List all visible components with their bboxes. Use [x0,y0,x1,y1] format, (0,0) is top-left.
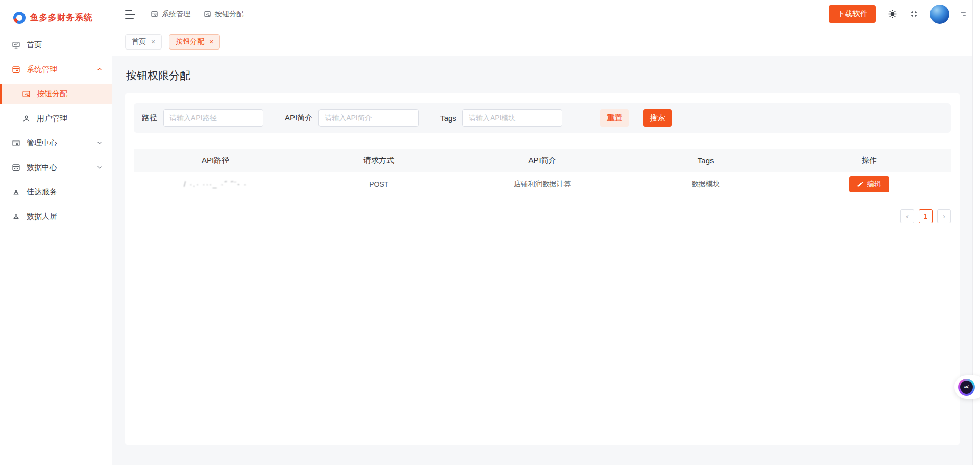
column-header-method: 请求方式 [297,156,460,165]
api-path-cell: / ·.· ···_ ·˝ ˝¨- · [134,180,297,188]
sidebar-item-user-manage[interactable]: 用户管理 [0,108,112,129]
column-header-brief: API简介 [460,156,624,165]
filter-path-label: 路径 [142,113,157,123]
robot-face: ▪< [958,379,975,396]
sidebar-item-button-assign[interactable]: 按钮分配 [0,84,112,104]
data-center-icon [11,163,20,172]
page-title: 按钮权限分配 [126,68,972,83]
brief-cell: 店铺利润数据计算 [460,180,624,189]
method-cell: POST [297,180,460,188]
api-tags-input[interactable] [462,109,562,127]
more-icon[interactable] [961,12,966,16]
sidebar-item-label: 佳达服务 [27,187,57,197]
breadcrumb-label: 按钮分配 [215,10,243,19]
sidebar-item-service[interactable]: 佳达服务 [0,182,112,202]
content-card: 路径 API简介 Tags 重置 搜索 API路径 请求方式 API简介 Tag… [125,93,960,445]
screen-icon [11,212,20,221]
breadcrumb-item-button-assign[interactable]: 按钮分配 [204,10,243,19]
tab-bar: 首页 × 按钮分配 × [112,28,972,56]
api-path-input[interactable] [163,109,263,127]
pencil-icon [857,181,864,187]
edit-button[interactable]: 编辑 [849,176,889,192]
table-header-row: API路径 请求方式 API简介 Tags 操作 [134,149,951,172]
sidebar-item-label: 系统管理 [27,65,57,75]
breadcrumb-label: 系统管理 [162,10,190,19]
chevron-down-icon [96,139,103,148]
sidebar-item-system-manage[interactable]: 系统管理 [0,59,112,80]
sidebar-item-manage-center[interactable]: 管理中心 [0,133,112,153]
edit-button-label: 编辑 [867,180,881,189]
menu-collapse-icon[interactable] [125,10,135,19]
filter-brief: API简介 [285,109,419,127]
close-icon[interactable]: × [209,38,213,45]
tab-button-assign[interactable]: 按钮分配 × [169,34,220,50]
system-manage-icon [151,10,158,18]
pagination: ‹ 1 › [134,209,951,223]
column-header-tags: Tags [624,156,788,165]
breadcrumb-item-system-manage[interactable]: 系统管理 [151,10,190,19]
api-brief-input[interactable] [318,109,419,127]
app-logo[interactable]: 鱼多多财务系统 [0,0,112,28]
filter-tags-label: Tags [440,114,456,123]
tab-label: 首页 [132,37,146,46]
close-icon[interactable]: × [151,38,155,45]
breadcrumb: 系统管理 按钮分配 [151,10,243,19]
chevron-up-icon [96,65,103,74]
column-header-api-path: API路径 [134,156,297,165]
topbar-actions: 下载软件 [829,5,980,24]
sidebar-item-label: 按钮分配 [37,89,67,99]
tab-home[interactable]: 首页 × [125,34,162,50]
column-header-action: 操作 [788,156,951,165]
api-table: API路径 请求方式 API简介 Tags 操作 / ·.· ···_ ·˝ ˝… [134,149,951,197]
tab-label: 按钮分配 [176,37,204,46]
robot-chat-icon: ▪< [958,379,975,396]
top-header: 系统管理 按钮分配 下载软件 [112,0,980,28]
sidebar-item-label: 用户管理 [37,114,67,124]
logo-icon [13,12,26,24]
user-manage-icon [21,114,31,123]
filter-brief-label: API简介 [285,113,312,123]
filter-bar: 路径 API简介 Tags 重置 搜索 [134,103,951,133]
avatar[interactable] [930,5,949,24]
table-row: / ·.· ···_ ·˝ ˝¨- · POST 店铺利润数据计算 数据模块 编… [134,172,951,197]
system-manage-icon [11,65,20,74]
sidebar-item-data-center[interactable]: 数据中心 [0,157,112,178]
page-number-current[interactable]: 1 [919,209,933,223]
prev-page-button[interactable]: ‹ [900,209,914,223]
button-assign-icon [204,10,211,18]
sidebar-item-label: 数据大屏 [27,212,57,222]
button-assign-icon [21,89,31,99]
theme-sun-icon[interactable] [887,9,897,19]
manage-center-icon [11,138,20,148]
service-icon [11,187,20,197]
dashboard-icon [11,40,20,50]
sidebar-item-label: 首页 [27,40,42,50]
sidebar-item-label: 管理中心 [27,138,57,148]
app-title: 鱼多多财务系统 [30,12,93,23]
filter-path: 路径 [142,109,263,127]
main-content: 按钮权限分配 路径 API简介 Tags 重置 搜索 API路径 请求方式 AP… [112,56,972,465]
reset-button[interactable]: 重置 [600,109,629,127]
fullscreen-icon[interactable] [909,9,919,19]
action-cell: 编辑 [788,176,951,192]
sidebar-item-home[interactable]: 首页 [0,35,112,55]
sidebar-item-data-screen[interactable]: 数据大屏 [0,206,112,227]
download-software-button[interactable]: 下载软件 [829,5,876,23]
search-button[interactable]: 搜索 [643,109,672,127]
sidebar-item-label: 数据中心 [27,163,57,173]
next-page-button[interactable]: › [937,209,951,223]
filter-tags: Tags [440,109,562,127]
chat-assistant-widget[interactable]: ▪< [954,375,980,399]
sidebar-menu: 首页 系统管理 按钮分配 用户管理 [0,35,112,227]
sidebar: 鱼多多财务系统 首页 系统管理 按钮分配 [0,0,112,465]
tags-cell: 数据模块 [624,180,788,189]
chevron-down-icon [96,163,103,172]
